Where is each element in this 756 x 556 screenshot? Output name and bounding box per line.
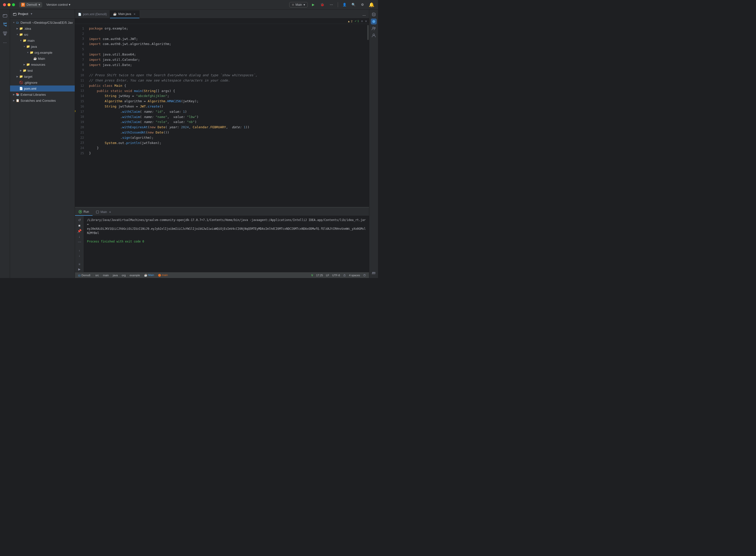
search-button[interactable]: 🔍: [350, 1, 357, 8]
tab-close-main-java[interactable]: ✕: [133, 12, 136, 16]
line-num-18: 18: [75, 114, 87, 120]
project-header-arrow[interactable]: ▾: [31, 12, 32, 15]
play-terminal-button[interactable]: ▶: [76, 268, 82, 271]
tree-item-target[interactable]: ▶ 📁 target: [10, 73, 75, 79]
ok-indicator[interactable]: ✓ 1: [354, 20, 359, 23]
maximize-button[interactable]: [12, 3, 15, 6]
tree-item-src[interactable]: ▾ 📁 src: [10, 32, 75, 37]
close-button[interactable]: [3, 3, 6, 6]
tree-item-scratches[interactable]: ▶ 📋 Scratches and Consoles: [10, 98, 75, 104]
sidebar-icon-more[interactable]: ···: [1, 38, 9, 46]
label-src: src: [24, 33, 28, 36]
scroll-end-button[interactable]: ↓: [76, 235, 82, 239]
scroll-down-button[interactable]: ↓: [76, 254, 82, 257]
status-breadcrumb-example[interactable]: example: [130, 274, 140, 277]
traffic-lights: [3, 3, 15, 6]
label-pom: pom.xml: [24, 87, 36, 91]
tree-item-gitignore[interactable]: ▶ 🚫 .gitignore: [10, 79, 75, 85]
status-breadcrumb-java[interactable]: java: [113, 274, 118, 277]
sidebar-icon-git[interactable]: [1, 21, 9, 29]
svg-point-20: [372, 13, 375, 14]
tree-item-java-dir[interactable]: ▾ 📁 java: [10, 43, 75, 49]
right-sidebar-person[interactable]: [371, 33, 377, 38]
debug-button[interactable]: 🐞: [319, 1, 326, 8]
main-run-close[interactable]: ✕: [109, 211, 111, 213]
status-line-ending[interactable]: LF: [325, 272, 330, 278]
settings-button[interactable]: ⚙: [359, 1, 366, 8]
status-breadcrumb-org[interactable]: org: [122, 274, 126, 277]
run-config[interactable]: Main ▾: [289, 2, 308, 7]
scrollbar-thumb[interactable]: [367, 25, 369, 40]
status-breadcrumb-main-class[interactable]: ☕ Main: [144, 274, 154, 277]
tree-item-main-dir[interactable]: ▾ 📁 main: [10, 37, 75, 43]
tree-item-external[interactable]: ▶ 📚 External Libraries: [10, 92, 75, 98]
label-idea: .idea: [24, 27, 31, 31]
label-scratches: Scratches and Consoles: [21, 99, 56, 103]
sidebar-icon-folder[interactable]: [1, 11, 9, 20]
vcs-selector[interactable]: Version control ▾: [44, 2, 72, 7]
status-cursor[interactable]: 17:25: [315, 272, 324, 278]
tab-run[interactable]: Run: [75, 208, 93, 216]
bulb-17: 💡: [75, 109, 76, 114]
status-indent[interactable]: 4 spaces: [348, 272, 361, 278]
stop-button[interactable]: ■: [76, 223, 82, 228]
right-sidebar-people[interactable]: [371, 26, 377, 32]
right-sidebar: m: [369, 9, 378, 278]
profile-button[interactable]: 👤: [341, 1, 348, 8]
label-demo8: Demo8 ~/Desktop/CS/JavaEE/5 Jav: [21, 21, 73, 25]
line-num-10: 10: [75, 73, 87, 78]
notifications-button[interactable]: 🔔: [368, 1, 375, 8]
scroll-up-button[interactable]: ↑: [76, 249, 82, 252]
status-breadcrumb-src[interactable]: src: [95, 274, 99, 277]
pin-button[interactable]: 📌: [76, 229, 82, 233]
status-power[interactable]: [362, 272, 367, 278]
sidebar-icons: ···: [0, 9, 10, 278]
more-actions-button[interactable]: ⋯: [328, 1, 335, 8]
status-lock[interactable]: [342, 272, 347, 278]
run-button[interactable]: ▶: [310, 1, 317, 8]
minimize-button[interactable]: [7, 3, 10, 6]
status-breadcrumb-main[interactable]: main: [103, 274, 109, 277]
tree-item-idea[interactable]: ▶ 📁 .idea: [10, 26, 75, 32]
line-num-4: 4: [75, 41, 87, 47]
line-num-9: 9: [75, 68, 87, 73]
right-sidebar-db[interactable]: [371, 11, 377, 18]
editor-scrollbar[interactable]: [367, 24, 369, 207]
tree-item-test[interactable]: ▶ 📁 test: [10, 68, 75, 73]
sidebar-icon-structure[interactable]: [1, 30, 9, 37]
icon-src: 📁: [19, 33, 23, 36]
tab-main-run[interactable]: Main ✕: [93, 208, 114, 216]
label-resources: resources: [31, 63, 45, 67]
icon-test: 📁: [23, 69, 27, 72]
status-breadcrumb-main-method[interactable]: ⬤ main: [158, 274, 168, 277]
icon-org-example: 📁: [30, 50, 34, 55]
tree-item-org-example[interactable]: ▾ 📁 org.example: [10, 49, 75, 56]
tree-item-demo8[interactable]: ▾ 🗂 Demo8 ~/Desktop/CS/JavaEE/5 Jav: [10, 20, 75, 26]
lock-icon: [343, 274, 346, 277]
tree-item-main-java[interactable]: ▶ ☕ Main: [10, 56, 75, 62]
status-encoding[interactable]: UTF-8: [331, 272, 341, 278]
tab-more-button[interactable]: ⋯: [361, 12, 367, 18]
code-content[interactable]: package org.example; import com.auth0.jw…: [87, 24, 367, 207]
collapse-up[interactable]: ∧: [361, 20, 363, 23]
project-selector[interactable]: D Demo8 ▾: [19, 2, 42, 7]
arrow-org-example: ▾: [26, 51, 30, 54]
more-terminal-button[interactable]: ⋯: [76, 240, 82, 244]
tree-item-resources[interactable]: ▶ 📁 resources: [10, 62, 75, 68]
tree-item-pom[interactable]: ▶ 📄 pom.xml: [10, 85, 75, 92]
restart-button[interactable]: ↺: [76, 218, 82, 222]
line-num-22: 22: [75, 135, 87, 140]
collapse-down[interactable]: ∨: [365, 20, 367, 23]
right-sidebar-m[interactable]: m: [371, 270, 377, 276]
tab-main-java[interactable]: ☕ Main.java ✕: [110, 10, 139, 18]
status-project[interactable]: 🗂 Demo8: [77, 272, 91, 278]
tab-pom[interactable]: 📄 pom.xml (Demo8): [75, 10, 110, 18]
line-num-7: 7: [75, 57, 87, 63]
status-vcs[interactable]: V: [310, 272, 314, 278]
editor-header-bar: ▲ 2 ✓ 1 ∧ ∨: [75, 19, 369, 24]
terminal-content[interactable]: /Library/Java/JavaVirtualMachines/graalv…: [84, 216, 369, 272]
warning-indicator[interactable]: ▲ 2: [347, 20, 352, 23]
right-sidebar-active[interactable]: [371, 19, 377, 25]
arrow-demo8: ▾: [12, 21, 15, 24]
format-button[interactable]: ≡: [76, 263, 82, 266]
